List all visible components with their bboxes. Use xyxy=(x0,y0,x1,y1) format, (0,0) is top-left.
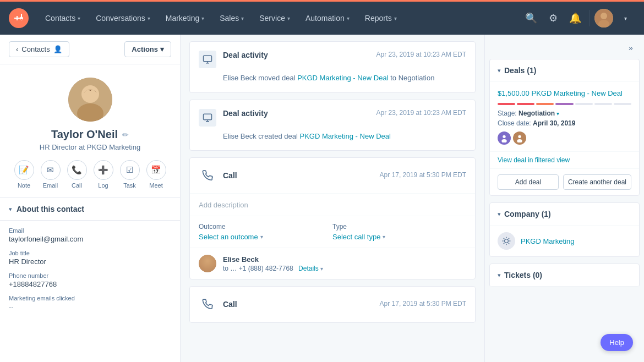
create-another-deal-button[interactable]: Create another deal xyxy=(563,174,631,190)
details-link[interactable]: Details xyxy=(298,265,319,272)
activity-date-2: Apr 23, 2019 at 10:23 AM EDT xyxy=(376,109,466,117)
contact-avatar xyxy=(68,78,112,122)
nav-reports[interactable]: Reports ▾ xyxy=(357,2,405,35)
call-header-content: Call Apr 17, 2019 at 5:30 PM EDT xyxy=(223,171,466,180)
call-2-header-content: Call Apr 17, 2019 at 5:30 PM EDT xyxy=(223,300,466,309)
phone-icon: 📞 xyxy=(67,160,87,180)
job-title-field-value: HR Director xyxy=(9,257,171,266)
company-section-title: Company (1) xyxy=(504,210,631,218)
activity-type-2: Deal activity xyxy=(223,109,268,118)
phone-call-icon-2 xyxy=(199,295,216,313)
email-label: Email xyxy=(43,182,58,189)
actions-button[interactable]: Actions ▾ xyxy=(124,41,171,57)
nav-service[interactable]: Service ▾ xyxy=(252,2,298,35)
nav-items: Contacts ▾ Conversations ▾ Marketing ▾ S… xyxy=(37,2,521,35)
stage-dot-1 xyxy=(498,103,515,105)
deal-assignee-avatars xyxy=(498,131,631,145)
svg-point-11 xyxy=(518,135,521,138)
call-date: Apr 17, 2019 at 5:30 PM EDT xyxy=(380,171,466,179)
svg-rect-8 xyxy=(204,114,212,120)
call-description-area[interactable]: Add description xyxy=(190,194,475,216)
company-name-link[interactable]: PKGD Marketing xyxy=(521,237,575,245)
note-label: Note xyxy=(18,182,30,189)
call-card: Call Apr 17, 2019 at 5:30 PM EDT Add des… xyxy=(189,157,476,279)
deal-avatar-1 xyxy=(498,131,511,145)
meet-action[interactable]: 📅 Meet xyxy=(146,160,166,189)
email-icon: ✉ xyxy=(41,160,61,180)
company-section-header[interactable]: ▾ Company (1) xyxy=(490,203,639,226)
deal-link-2[interactable]: PKGD Marketing - New Deal xyxy=(299,132,390,140)
deals-section-header[interactable]: ▾ Deals (1) xyxy=(490,59,639,82)
deal-link-1[interactable]: PKGD Marketing - New Deal xyxy=(297,74,388,82)
deal-action-buttons: Add deal Create another deal xyxy=(490,169,639,195)
company-icon xyxy=(498,232,515,250)
activity-header-2: Deal activity Apr 23, 2019 at 10:23 AM E… xyxy=(199,109,466,127)
deal-activity-card-1: Deal activity Apr 23, 2019 at 10:23 AM E… xyxy=(189,41,476,93)
task-label: Task xyxy=(123,182,136,189)
stage-dot-2 xyxy=(517,103,534,105)
back-to-contacts-button[interactable]: ‹ Contacts 👤 xyxy=(9,41,69,57)
marketing-emails-value: -- xyxy=(9,303,171,311)
nav-divider xyxy=(590,10,590,26)
person-icon: 👤 xyxy=(53,45,62,53)
nav-conversations[interactable]: Conversations ▾ xyxy=(88,2,158,35)
select-call-type-dropdown[interactable]: Select call type ▾ xyxy=(332,233,466,241)
nav-contacts[interactable]: Contacts ▾ xyxy=(37,2,88,35)
email-action[interactable]: ✉ Email xyxy=(41,160,61,189)
svg-point-5 xyxy=(81,85,99,103)
chevron-down-icon: ▾ xyxy=(260,234,263,240)
notifications-button[interactable]: 🔔 xyxy=(565,8,585,28)
company-card: PKGD Marketing xyxy=(490,226,639,256)
note-action[interactable]: 📝 Note xyxy=(14,160,34,189)
note-icon: 📝 xyxy=(14,160,34,180)
add-deal-button[interactable]: Add deal xyxy=(498,174,559,190)
profile-chevron-icon[interactable]: ▾ xyxy=(615,8,635,28)
view-deal-link[interactable]: View deal in filtered view xyxy=(490,152,639,169)
right-panel: » ▾ Deals (1) $1,500.00 PKGD Marketing -… xyxy=(484,35,644,362)
log-label: Log xyxy=(98,182,108,189)
deal-name-link[interactable]: $1,500.00 PKGD Marketing - New Deal xyxy=(498,89,631,98)
svg-point-12 xyxy=(517,139,522,142)
nav-sales[interactable]: Sales ▾ xyxy=(212,2,252,35)
company-section: ▾ Company (1) PKGD Marketing xyxy=(489,202,640,257)
help-button[interactable]: Help xyxy=(601,334,633,351)
nav-marketing[interactable]: Marketing ▾ xyxy=(158,2,212,35)
svg-point-2 xyxy=(601,13,607,19)
field-phone: Phone number +18884827768 xyxy=(9,272,171,288)
nav-automation[interactable]: Automation ▾ xyxy=(298,2,357,35)
call-card-header: Call Apr 17, 2019 at 5:30 PM EDT xyxy=(190,158,475,194)
search-button[interactable]: 🔍 xyxy=(521,8,541,28)
stage-dot-4 xyxy=(555,103,573,105)
activity-header-content-1: Deal activity Apr 23, 2019 at 10:23 AM E… xyxy=(223,51,466,59)
task-action[interactable]: ☑ Task xyxy=(120,160,140,189)
hubspot-logo[interactable] xyxy=(9,8,29,28)
stage-chevron-icon[interactable]: ▾ xyxy=(556,111,559,117)
user-avatar[interactable] xyxy=(594,9,613,28)
contact-name: Taylor O'Neil xyxy=(51,128,118,141)
call-action[interactable]: 📞 Call xyxy=(67,160,87,189)
contact-fields: Email taylorfoneil@gmail.com Job title H… xyxy=(0,221,180,317)
stage-dot-5 xyxy=(575,103,593,105)
chevron-down-icon: ▾ xyxy=(9,206,12,213)
caller-info: Elise Beck to … +1 (888) 482-7768 Detail… xyxy=(223,255,323,272)
expand-panel-button[interactable]: » xyxy=(622,41,640,54)
call-card-2: Call Apr 17, 2019 at 5:30 PM EDT xyxy=(189,286,476,323)
settings-button[interactable]: ⚙ xyxy=(543,8,563,28)
log-action[interactable]: ➕ Log xyxy=(94,160,113,189)
activity-type-1: Deal activity xyxy=(223,51,268,59)
deal-activity-card-2: Deal activity Apr 23, 2019 at 10:23 AM E… xyxy=(189,100,476,151)
about-section-header[interactable]: ▾ About this contact xyxy=(0,198,180,221)
activity-date-1: Apr 23, 2019 at 10:23 AM EDT xyxy=(376,51,466,58)
activity-header-1: Deal activity Apr 23, 2019 at 10:23 AM E… xyxy=(199,51,466,68)
center-panel: Deal activity Apr 23, 2019 at 10:23 AM E… xyxy=(181,35,484,362)
contact-name-row: Taylor O'Neil ✏ xyxy=(51,128,129,141)
outcome-label: Outcome xyxy=(199,223,332,231)
log-icon: ➕ xyxy=(94,160,113,180)
tickets-section-header[interactable]: ▾ Tickets (0) xyxy=(490,264,639,287)
select-outcome-dropdown[interactable]: Select an outcome ▾ xyxy=(199,233,332,241)
chevron-down-icon: ▾ xyxy=(148,15,150,21)
stage-dot-3 xyxy=(536,103,554,105)
deal-close-date-meta: Close date: April 30, 2019 xyxy=(498,119,631,127)
edit-contact-icon[interactable]: ✏ xyxy=(122,130,129,139)
svg-point-10 xyxy=(501,139,506,142)
